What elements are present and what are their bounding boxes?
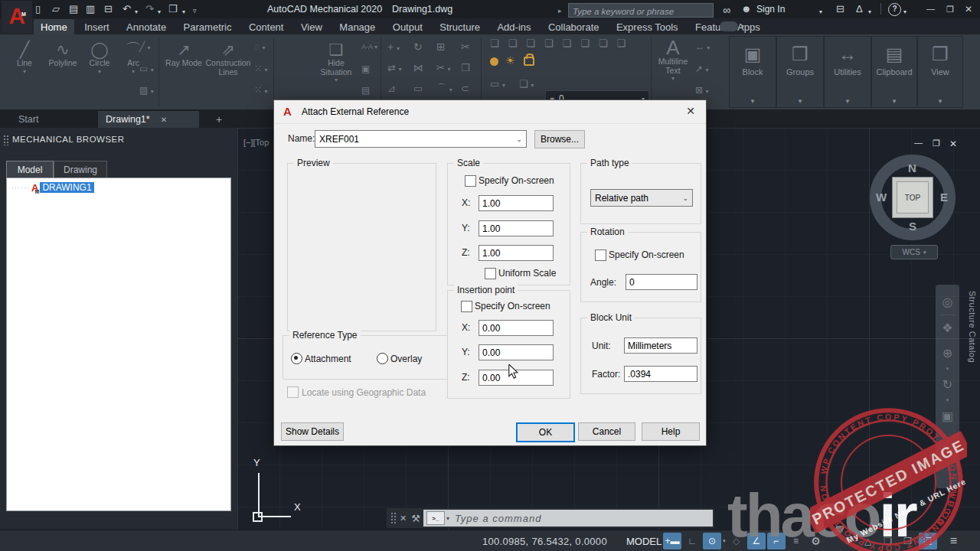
isodraft-toggle[interactable]: ◇	[727, 533, 746, 549]
viewcube-south[interactable]: S	[909, 220, 916, 233]
sign-in-caret-icon[interactable]: ▾	[819, 6, 822, 18]
command-input[interactable]	[453, 512, 713, 525]
annotation-monitor-toggle[interactable]: ❏	[879, 533, 897, 549]
help-icon[interactable]: ?	[888, 3, 901, 16]
insertion-y-input[interactable]	[479, 344, 554, 360]
orbit-caret-icon[interactable]: ▾	[946, 397, 949, 403]
rotation-angle-input[interactable]	[626, 274, 697, 290]
detail-list-button[interactable]: ▤	[361, 85, 370, 96]
tab-insert[interactable]: Insert	[77, 19, 116, 35]
ribbon-display-icon[interactable]	[720, 21, 738, 31]
otrack-toggle[interactable]: ∠	[747, 533, 766, 549]
scale-y-input[interactable]	[479, 220, 554, 236]
app-button[interactable]: AM	[2, 1, 32, 33]
clean-screen-toggle[interactable]: ❑	[919, 533, 937, 549]
array-button[interactable]: ⊞	[436, 41, 446, 52]
ribbon-display-caret-icon[interactable]: ▾	[741, 23, 744, 30]
tab-manage[interactable]: Manage	[332, 19, 382, 35]
drafting-settings-gear[interactable]: ⚙	[807, 533, 825, 549]
centerline-dots-button[interactable]: ⁙ ▾	[254, 85, 267, 97]
insertion-specify-checkbox[interactable]	[461, 301, 472, 312]
ray-mode-button[interactable]: ↗ Ray Mode	[165, 40, 202, 68]
insertion-z-input[interactable]	[479, 370, 554, 386]
multiline-text-button[interactable]: A Multiline Text ▾	[655, 38, 691, 82]
stretch-button[interactable]: ⊿	[387, 83, 396, 94]
detail-balloon-button[interactable]: ▣	[361, 64, 370, 74]
tab-start[interactable]: Start	[11, 111, 46, 128]
restore-button[interactable]: ❐	[946, 3, 954, 15]
ortho-toggle[interactable]: ∟	[683, 533, 701, 549]
tab-close-icon[interactable]: ✕	[161, 116, 167, 124]
viewport-controls[interactable]: [−][Top	[243, 138, 269, 147]
help-caret-icon[interactable]: ▾	[903, 6, 906, 18]
cart-icon[interactable]: ⊟	[836, 3, 844, 15]
scale-x-input[interactable]	[479, 195, 554, 211]
model-space-label[interactable]: MODEL	[626, 536, 662, 547]
viewcube-top-face[interactable]: TOP	[892, 177, 933, 218]
sheet-caret-icon[interactable]: ▾	[182, 6, 185, 18]
tab-add-ins[interactable]: Add-ins	[490, 19, 537, 35]
sign-in-person-icon[interactable]: ☻	[741, 3, 752, 15]
leader-button[interactable]: ↗ ▾	[695, 64, 708, 76]
command-close-icon[interactable]: ✕	[400, 514, 407, 523]
annotation-scale-toggle[interactable]: △	[859, 533, 877, 549]
layer-on-bulb-icon[interactable]	[490, 57, 498, 66]
groups-panel[interactable]: ❒ Groups ▾	[776, 36, 824, 108]
tab-annotate[interactable]: Annotate	[119, 19, 173, 35]
workspace-switching[interactable]: ❒	[899, 533, 917, 549]
command-grip[interactable]	[390, 512, 397, 524]
search-icon[interactable]: ∞	[723, 4, 730, 16]
browser-tree[interactable]: ······ AM DRAWING1	[6, 178, 231, 511]
search-input[interactable]	[569, 5, 720, 18]
line-button[interactable]: ╱ Line ▾	[8, 40, 41, 75]
tab-content[interactable]: Content	[242, 19, 291, 35]
tab-home[interactable]: Home	[34, 19, 74, 35]
redo-icon[interactable]: ↷	[145, 3, 154, 15]
layer-isolate-button[interactable]: ❏ ▾	[519, 79, 534, 91]
command-caret-icon[interactable]: ▾	[446, 515, 449, 522]
offset-button[interactable]: ⊂	[461, 83, 469, 94]
rotation-specify-checkbox[interactable]	[595, 249, 606, 261]
scale-specify-checkbox[interactable]	[465, 175, 476, 187]
tree-item-drawing1[interactable]: ······ AM DRAWING1	[11, 182, 230, 193]
rectangle-button[interactable]: ▭ ▾	[139, 64, 154, 76]
palette-grip[interactable]	[3, 135, 8, 145]
polyline-button[interactable]: ∿ Polyline	[43, 40, 83, 68]
open-icon[interactable]: ▱	[52, 3, 60, 15]
show-details-button[interactable]: Show Details	[281, 422, 344, 441]
orbit-icon[interactable]: ↻	[942, 377, 952, 392]
vp-close-icon[interactable]: ✕	[949, 139, 957, 149]
fillet-button[interactable]: ⌒ ▾	[436, 83, 452, 96]
overlay-radio[interactable]	[377, 353, 388, 364]
tab-collaborate[interactable]: Collaborate	[541, 19, 606, 35]
isolate-objects-toggle[interactable]: Γ	[839, 533, 858, 549]
dimension-button[interactable]: ↔ ▾	[695, 41, 710, 54]
qat-customize-icon[interactable]: ▿	[193, 5, 197, 17]
zoom-icon[interactable]: ⊕	[942, 346, 952, 360]
navigation-bar[interactable]: ◎ ❖ ⊕ ▾ ↻ ▾ ▣	[936, 285, 959, 488]
circle-button[interactable]: ◯ Circle ▾	[83, 40, 116, 75]
tab-parametric[interactable]: Parametric	[177, 19, 239, 35]
dialog-close-icon[interactable]: ✕	[686, 105, 695, 117]
browser-tab-drawing[interactable]: Drawing	[54, 161, 107, 178]
plot-icon[interactable]: ⊟	[104, 3, 113, 15]
line-segment-button[interactable]: ╱ ▾	[139, 41, 151, 54]
tab-drawing1[interactable]: Drawing1* ✕	[98, 111, 199, 128]
scale-button[interactable]: ⇄ ▾	[387, 63, 402, 75]
pan-icon[interactable]: ❖	[942, 321, 952, 335]
table-button[interactable]: ⊠ ▾	[695, 85, 708, 97]
customization-menu[interactable]: ≡	[945, 533, 963, 549]
rectangle2-button[interactable]: ▭	[413, 83, 423, 94]
block-panel[interactable]: ▣ Block ▾	[729, 36, 776, 108]
clipboard-panel[interactable]: ▤ Clipboard ▾	[871, 36, 917, 108]
layer-sun-icon[interactable]: ☀	[505, 55, 515, 66]
erase-button[interactable]: ✂	[461, 41, 470, 52]
structure-catalog-tab[interactable]: Structure Catalog	[962, 285, 977, 369]
zoom-caret-icon[interactable]: ▾	[946, 366, 949, 372]
polar-caret-icon[interactable]: ▾	[723, 538, 726, 544]
insertion-x-input[interactable]	[479, 320, 554, 336]
construction-circle-button[interactable]: ◌ ▾	[254, 41, 266, 54]
utilities-panel[interactable]: ↔ Utilities ▾	[824, 36, 871, 108]
save-as-icon[interactable]: ▥	[86, 3, 95, 15]
dialog-titlebar[interactable]: A Attach External Reference ✕	[274, 100, 706, 124]
